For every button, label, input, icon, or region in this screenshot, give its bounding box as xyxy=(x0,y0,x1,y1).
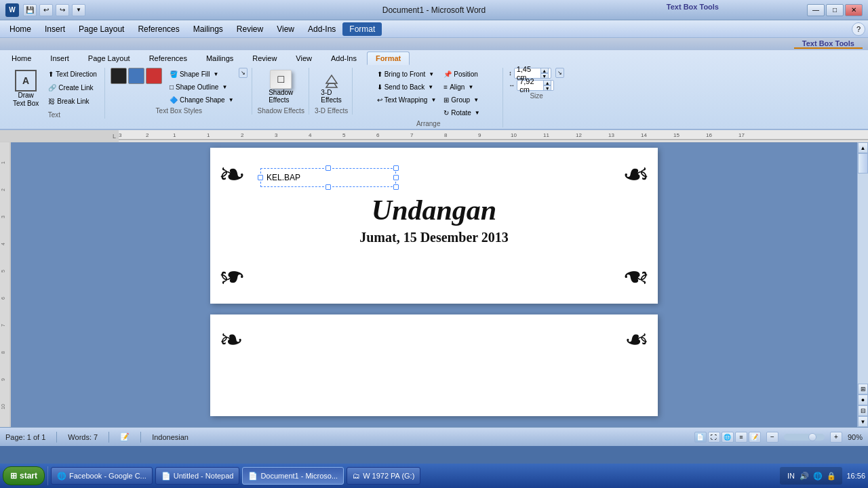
height-up[interactable]: ▲ xyxy=(540,68,549,73)
zoom-out-btn[interactable]: − xyxy=(766,432,778,443)
handle-bottom-right[interactable] xyxy=(393,184,399,190)
draw-text-box-btn[interactable]: A DrawText Box xyxy=(8,68,43,110)
text-direction-btn[interactable]: ⬆ Text Direction xyxy=(45,68,100,80)
view-print-btn[interactable]: 📄 xyxy=(694,432,707,443)
3d-effects-label: 3-DEffects xyxy=(321,89,341,104)
view-fullscreen-btn[interactable]: ⛶ xyxy=(708,432,720,443)
view-outline-btn[interactable]: ≡ xyxy=(735,432,747,443)
svg-text:4: 4 xyxy=(1,243,5,245)
title-bar: W 💾 ↩ ↪ ▼ Document1 - Microsoft Word Tex… xyxy=(0,0,868,20)
group-3d-label: 3-D Effects xyxy=(315,107,348,115)
minimize-btn[interactable]: — xyxy=(807,4,825,16)
windows-taskbar: ⊞ start 🌐 Facebook - Google C... 📄 Untit… xyxy=(0,464,868,488)
width-down[interactable]: ▼ xyxy=(543,85,551,91)
position-btn[interactable]: 📌 Position xyxy=(440,68,483,80)
shape-buttons: 🪣 Shape Fill ▼ □ Shape Outline ▼ 🔷 Chang… xyxy=(166,68,237,106)
width-input[interactable]: 7,92 cm ▲ ▼ xyxy=(517,80,554,91)
tab-home[interactable]: Home xyxy=(3,52,40,65)
maximize-btn[interactable]: □ xyxy=(826,4,844,16)
handle-top-center[interactable] xyxy=(326,165,331,171)
help-btn[interactable]: ? xyxy=(852,22,865,36)
bring-to-front-btn[interactable]: ⬆ Bring to Front ▼ xyxy=(374,68,440,80)
rotate-btn[interactable]: ↻ Rotate ▼ xyxy=(440,106,483,119)
styles-expand-btn[interactable]: ↘ xyxy=(239,68,248,78)
page-2: ❧ ❧ xyxy=(210,314,658,416)
tab-review[interactable]: Review xyxy=(243,52,285,65)
text-wrap-label: Text Wrapping xyxy=(384,96,428,104)
scroll-track[interactable] xyxy=(858,153,868,384)
scroll-extra-1[interactable]: ⊞ xyxy=(858,384,868,394)
menu-view[interactable]: View xyxy=(270,22,301,36)
svg-text:13: 13 xyxy=(608,132,614,138)
tab-view[interactable]: View xyxy=(287,52,321,65)
tab-mailings[interactable]: Mailings xyxy=(197,52,242,65)
tab-insert[interactable]: Insert xyxy=(41,52,78,65)
align-arrow: ▼ xyxy=(468,84,473,90)
view-web-btn[interactable]: 🌐 xyxy=(722,432,734,443)
menu-insert[interactable]: Insert xyxy=(38,22,72,36)
taskbar-facebook[interactable]: 🌐 Facebook - Google C... xyxy=(51,467,153,485)
scroll-down-btn[interactable]: ▼ xyxy=(858,416,868,427)
handle-mid-right[interactable] xyxy=(393,175,399,180)
customize-btn[interactable]: ▼ xyxy=(72,4,85,16)
svg-text:❧: ❧ xyxy=(218,262,245,294)
menu-addins[interactable]: Add-Ins xyxy=(301,22,342,36)
size-expand-btn[interactable]: ↘ xyxy=(555,68,564,78)
break-link-btn[interactable]: ⛓ Break Link xyxy=(45,95,100,107)
change-shape-btn[interactable]: 🔷 Change Shape ▼ xyxy=(166,94,237,106)
width-up[interactable]: ▲ xyxy=(543,80,551,85)
start-button[interactable]: ⊞ start xyxy=(3,466,45,485)
svg-text:5: 5 xyxy=(342,132,346,138)
spell-check-icon[interactable]: 📝 xyxy=(120,432,130,441)
send-to-back-btn[interactable]: ⬇ Send to Back ▼ xyxy=(374,81,440,93)
draw-textbox-icon: A xyxy=(15,70,37,92)
handle-top-right[interactable] xyxy=(393,165,399,171)
zoom-level: 90% xyxy=(848,433,863,441)
redo-btn[interactable]: ↪ xyxy=(56,4,69,16)
taskbar-word-label: Document1 - Microso... xyxy=(260,472,338,480)
taskbar-notepad[interactable]: 📄 Untitled - Notepad xyxy=(155,467,240,485)
menu-format[interactable]: Format xyxy=(342,22,382,36)
taskbar-win1972[interactable]: 🗂 W 1972 PA (G:) xyxy=(347,467,420,485)
align-btn[interactable]: ≡ Align ▼ xyxy=(440,81,483,93)
zoom-slider[interactable] xyxy=(784,434,825,441)
swatch-black[interactable] xyxy=(111,68,127,84)
save-btn[interactable]: 💾 xyxy=(23,4,37,16)
swatch-blue[interactable] xyxy=(128,68,144,84)
undo-btn[interactable]: ↩ xyxy=(39,4,53,16)
handle-bottom-center[interactable] xyxy=(326,184,331,190)
close-btn[interactable]: ✕ xyxy=(845,4,863,16)
menu-home[interactable]: Home xyxy=(3,22,38,36)
zoom-in-btn[interactable]: + xyxy=(830,432,842,443)
shadow-effects-btn[interactable]: □ ShadowEffects xyxy=(262,68,299,106)
rotate-arrow: ▼ xyxy=(475,110,480,116)
scroll-extra-3[interactable]: ⊟ xyxy=(858,405,868,416)
menu-mailings[interactable]: Mailings xyxy=(186,22,230,36)
menu-references[interactable]: References xyxy=(131,22,186,36)
view-draft-btn[interactable]: 📝 xyxy=(749,432,761,443)
tray-security-icon[interactable]: 🔒 xyxy=(826,470,837,481)
text-wrapping-btn[interactable]: ↩ Text Wrapping ▼ xyxy=(374,94,440,106)
tray-network-icon[interactable]: 🌐 xyxy=(812,470,823,481)
tab-addins[interactable]: Add-Ins xyxy=(322,52,366,65)
menu-review[interactable]: Review xyxy=(230,22,270,36)
shape-fill-btn[interactable]: 🪣 Shape Fill ▼ xyxy=(166,68,237,80)
zoom-slider-thumb[interactable] xyxy=(808,433,816,441)
swatch-red[interactable] xyxy=(146,68,162,84)
tab-references[interactable]: References xyxy=(140,52,196,65)
handle-left-center[interactable] xyxy=(258,175,263,180)
group-btn[interactable]: ⊞ Group ▼ xyxy=(440,94,483,106)
scroll-extra-2[interactable]: ● xyxy=(858,394,868,405)
taskbar-word[interactable]: 📄 Document1 - Microso... xyxy=(242,467,344,485)
shape-outline-btn[interactable]: □ Shape Outline ▼ xyxy=(166,81,237,93)
create-link-label: Create Link xyxy=(58,84,93,92)
menu-page-layout[interactable]: Page Layout xyxy=(72,22,131,36)
3d-effects-btn[interactable]: 3-DEffects xyxy=(316,68,346,106)
svg-text:10: 10 xyxy=(1,404,5,409)
scroll-up-btn[interactable]: ▲ xyxy=(858,142,868,153)
tab-format[interactable]: Format xyxy=(367,52,410,65)
scroll-thumb[interactable] xyxy=(858,153,868,174)
create-link-btn[interactable]: 🔗 Create Link xyxy=(45,81,100,94)
tray-sound-icon[interactable]: 🔊 xyxy=(799,470,810,481)
tab-page-layout[interactable]: Page Layout xyxy=(79,52,139,65)
